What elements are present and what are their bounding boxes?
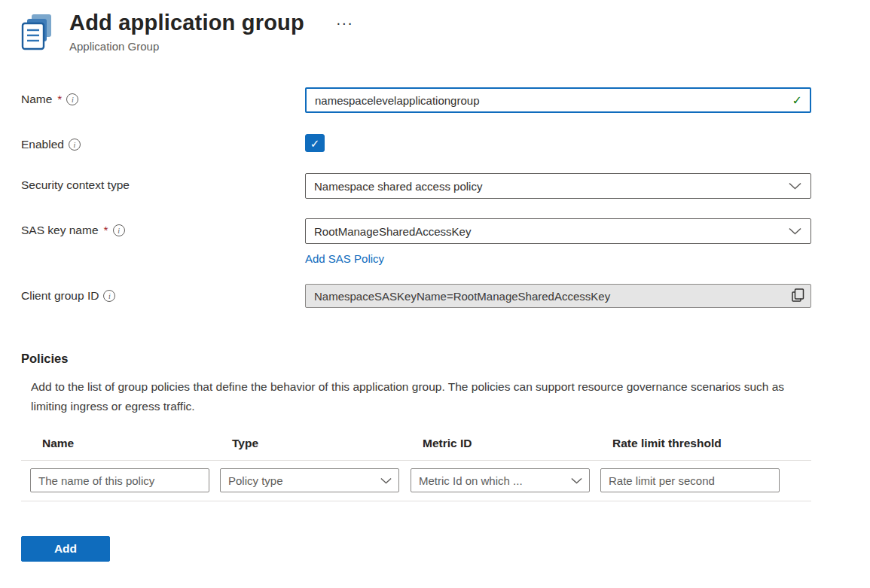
info-icon[interactable]: i xyxy=(113,224,125,236)
chevron-down-icon xyxy=(789,227,801,235)
sas-key-value: RootManageSharedAccessKey xyxy=(314,225,471,238)
sas-key-dropdown[interactable]: RootManageSharedAccessKey xyxy=(305,218,811,244)
add-sas-policy-link[interactable]: Add SAS Policy xyxy=(305,252,384,265)
required-marker: * xyxy=(104,224,108,237)
security-context-label-group: Security context type xyxy=(21,173,305,192)
name-input[interactable] xyxy=(305,87,811,113)
name-label-group: Name* i xyxy=(21,87,305,106)
checkmark-icon: ✓ xyxy=(310,138,320,149)
title-block: Add application group ··· Application Gr… xyxy=(69,11,356,53)
policies-section: Policies Add to the list of group polici… xyxy=(21,352,849,501)
required-marker: * xyxy=(57,93,62,106)
info-icon[interactable]: i xyxy=(69,139,81,151)
valid-check-icon: ✓ xyxy=(792,93,802,108)
table-divider xyxy=(21,501,811,501)
rate-limit-input[interactable] xyxy=(600,468,780,492)
panel-header: Add application group ··· Application Gr… xyxy=(21,11,849,53)
enabled-row: Enabled i ✓ xyxy=(21,133,849,152)
name-row: Name* i ✓ xyxy=(21,87,849,113)
copy-button[interactable] xyxy=(792,288,804,305)
page-title: Add application group xyxy=(69,11,304,35)
enabled-label-group: Enabled i xyxy=(21,133,305,151)
policy-input-row: Policy type Metric Id on which ... xyxy=(21,461,811,501)
policies-table: Name Type Metric ID Rate limit threshold… xyxy=(21,437,811,501)
policy-type-dropdown[interactable]: Policy type xyxy=(220,468,399,492)
metric-id-dropdown[interactable]: Metric Id on which ... xyxy=(411,468,590,492)
add-application-group-panel: Add application group ··· Application Gr… xyxy=(0,0,870,562)
client-group-id-label: Client group ID xyxy=(21,289,99,303)
enabled-label: Enabled xyxy=(21,138,64,151)
info-icon[interactable]: i xyxy=(103,290,115,302)
security-context-dropdown[interactable]: Namespace shared access policy xyxy=(305,173,811,199)
security-context-value: Namespace shared access policy xyxy=(314,180,482,193)
name-label: Name xyxy=(21,93,52,106)
policy-type-placeholder: Policy type xyxy=(228,474,283,487)
add-button[interactable]: Add xyxy=(21,536,110,562)
policies-table-header: Name Type Metric ID Rate limit threshold xyxy=(21,437,811,450)
info-icon[interactable]: i xyxy=(66,93,78,105)
application-group-icon xyxy=(21,14,56,51)
chevron-down-icon xyxy=(789,182,801,190)
security-context-row: Security context type Namespace shared a… xyxy=(21,173,849,199)
sas-key-label-group: SAS key name* i xyxy=(21,218,305,237)
column-header-rate-limit: Rate limit threshold xyxy=(591,437,782,450)
column-header-metric-id: Metric ID xyxy=(401,437,591,450)
policies-heading: Policies xyxy=(21,352,849,366)
security-context-label: Security context type xyxy=(21,178,130,192)
column-header-name: Name xyxy=(21,437,211,450)
more-options-button[interactable]: ··· xyxy=(333,11,356,35)
page-subtitle: Application Group xyxy=(69,40,356,53)
policy-name-input[interactable] xyxy=(30,468,209,492)
enabled-checkbox[interactable]: ✓ xyxy=(305,134,325,152)
sas-key-row: SAS key name* i RootManageSharedAccessKe… xyxy=(21,218,849,266)
client-group-id-row: Client group ID i NamespaceSASKeyName=Ro… xyxy=(21,284,849,308)
copy-icon xyxy=(792,288,804,303)
column-header-type: Type xyxy=(211,437,401,450)
client-group-id-value: NamespaceSASKeyName=RootManageSharedAcce… xyxy=(305,284,811,308)
sas-key-label: SAS key name xyxy=(21,224,99,237)
client-group-id-label-group: Client group ID i xyxy=(21,284,305,303)
chevron-down-icon xyxy=(380,477,392,484)
chevron-down-icon xyxy=(571,477,582,484)
policies-description: Add to the list of group policies that d… xyxy=(21,377,797,416)
footer: Add xyxy=(21,536,849,562)
metric-id-placeholder: Metric Id on which ... xyxy=(419,474,523,487)
